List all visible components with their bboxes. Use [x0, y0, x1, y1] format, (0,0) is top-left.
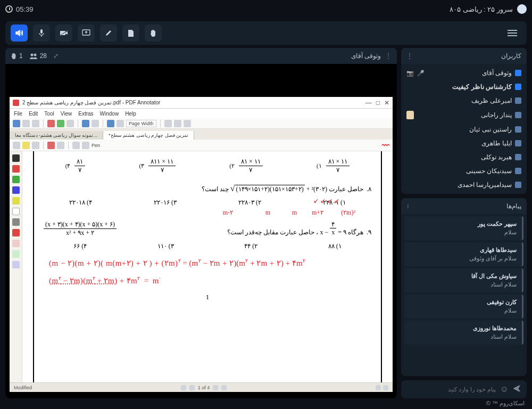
tool-icon[interactable]	[117, 120, 124, 127]
emoji-icon[interactable]: ☺	[500, 385, 509, 394]
user-icon	[515, 70, 521, 76]
menu-extras[interactable]: Extras	[78, 111, 93, 117]
raise-hand-button[interactable]	[145, 24, 162, 42]
presentation-menu-icon[interactable]: ⋮	[385, 52, 392, 60]
app-icon	[13, 100, 19, 106]
menu-view[interactable]: View	[61, 111, 72, 117]
hand-icon	[406, 111, 414, 119]
user-name-label: راستین نبی ثیان	[469, 126, 512, 133]
page-indicator: 1 of 4	[198, 385, 210, 390]
people-icon	[29, 53, 38, 59]
message-item: سیدطاها قهاریسلام بر آقای وثوقی	[404, 242, 523, 266]
user-name-label: سیدامیرپارسا احمدی	[458, 181, 512, 189]
close-button[interactable]: ✕	[384, 99, 389, 107]
user-row[interactable]: ایلیا طاهری	[401, 136, 527, 150]
expand-icon[interactable]: ⤢	[53, 52, 59, 60]
user-row[interactable]: پندار راجانی	[401, 108, 527, 122]
users-panel: کاربران ⋮ وثوقی آقای🎤📷کارشناس ناظر کیفیت…	[401, 48, 527, 194]
whiteboard-button[interactable]	[100, 24, 117, 42]
user-name-label: امیرعلی ظریف	[471, 97, 512, 104]
menu-edit[interactable]: Edit	[29, 111, 38, 117]
pdf-page[interactable]: ۱۱ × ۸۱۷۱)۱۱ × ۸۱۷۲)۱۱ × ۸۱۱۷۳)۸۱۷۴) ۸. …	[22, 151, 393, 382]
avatar[interactable]	[517, 4, 527, 14]
message-input-row: ⮜ ☺	[401, 380, 527, 398]
tool-icon[interactable]	[184, 120, 191, 127]
tool-icon[interactable]	[22, 120, 30, 127]
menu-help[interactable]: Help	[125, 111, 136, 117]
tool-icon[interactable]	[107, 120, 114, 127]
message-item: محمدطاها نوروزیسلام استاد	[404, 321, 523, 345]
color-red-icon[interactable]	[47, 142, 55, 149]
tool-icon[interactable]	[13, 142, 20, 149]
user-row[interactable]: سیدامیرپارسا احمدی	[401, 178, 527, 192]
users-menu-icon[interactable]: ⋮	[406, 52, 413, 60]
user-row[interactable]: کارشناس ناظر کیفیت	[401, 80, 527, 94]
menu-tool[interactable]: Tool	[44, 111, 54, 117]
svg-rect-1	[60, 31, 65, 35]
screen-share-button[interactable]	[78, 24, 95, 42]
tool-icon[interactable]	[57, 120, 64, 127]
tool-icon[interactable]	[57, 142, 64, 149]
user-icon	[515, 126, 521, 133]
tool-icon[interactable]	[72, 142, 80, 149]
send-icon[interactable]: ⮜	[513, 385, 521, 394]
pdf-side-toolbar	[10, 151, 22, 382]
message-item: سپهر حکمت پورسلام	[404, 216, 523, 240]
message-item: کارن توفیقیسلام	[404, 295, 523, 318]
user-row[interactable]: وثوقی آقای🎤📷	[401, 66, 527, 80]
mic-button[interactable]	[33, 24, 50, 42]
user-row[interactable]: سیدنیکان حسینی	[401, 164, 527, 178]
svg-point-4	[30, 54, 33, 56]
mic-icon: 🎤	[417, 70, 425, 77]
tool-icon[interactable]	[174, 120, 181, 127]
pdf-toolbar: Page Width	[10, 118, 393, 129]
svg-point-5	[34, 54, 36, 56]
pdf-tab[interactable]: نمونه سوال ریاضی هشتم- دستگاه معا...	[10, 131, 103, 140]
zoom-select[interactable]: Page Width	[126, 120, 156, 127]
user-name-label: کارشناس ناظر کیفیت	[452, 83, 512, 91]
pdf-tab[interactable]: *تمرین فصل چهارم ریاضی هشتم سطح	[103, 131, 194, 140]
user-row[interactable]: هیربد توکلی	[401, 150, 527, 164]
user-icon	[515, 84, 521, 90]
camera-button[interactable]	[55, 24, 72, 42]
tool-icon[interactable]	[82, 120, 89, 127]
users-title: کاربران	[501, 52, 521, 60]
tool-icon[interactable]	[32, 142, 39, 149]
presenter-name: وثوقی آقای	[351, 52, 381, 60]
svg-rect-0	[40, 29, 43, 34]
clock-icon	[5, 5, 13, 13]
highlight-icon[interactable]	[22, 142, 30, 149]
user-row[interactable]: امیرعلی ظریف	[401, 94, 527, 108]
pen-icon	[105, 29, 112, 37]
file-button[interactable]	[122, 24, 139, 42]
minimize-button[interactable]: —	[365, 99, 372, 107]
session-timer: 05:39	[5, 5, 34, 13]
menu-file[interactable]: File	[14, 111, 22, 117]
user-icon	[515, 140, 521, 146]
annotation-wave-icon: 〰	[382, 141, 389, 150]
user-name-label: وثوقی آقای	[482, 69, 512, 77]
presentation-panel: ⋮ وثوقی آقای 1 28 ⤢	[5, 48, 397, 398]
menu-window[interactable]: Window	[100, 111, 119, 117]
user-row[interactable]: راستین نبی ثیان	[401, 122, 527, 136]
speaker-button[interactable]	[11, 24, 28, 42]
screen-icon	[82, 29, 90, 37]
tool-icon[interactable]	[32, 120, 39, 127]
maximize-button[interactable]: □	[376, 99, 380, 107]
tool-icon[interactable]	[13, 120, 20, 127]
user-name-label: ایلیا طاهری	[481, 140, 512, 147]
menu-button[interactable]	[503, 26, 521, 40]
tool-icon[interactable]	[66, 120, 74, 127]
tool-icon[interactable]	[92, 120, 99, 127]
pdf-status-left: Modified	[14, 385, 32, 390]
tool-icon[interactable]	[164, 120, 172, 127]
message-input[interactable]	[406, 386, 496, 392]
tool-icon[interactable]	[47, 120, 55, 127]
messages-menu-icon[interactable]: ⫶	[406, 202, 410, 210]
pdf-window-title: تمرین فصل چهارم ریاضی هشتم سطح 2.pdf - P…	[22, 100, 160, 105]
server-label: سرور ۲۵ : ریاضی ۸۰۵	[450, 5, 513, 13]
user-icon	[515, 182, 521, 188]
user-icon	[515, 154, 521, 160]
user-icon	[515, 97, 521, 104]
tool-icon[interactable]	[82, 142, 89, 149]
